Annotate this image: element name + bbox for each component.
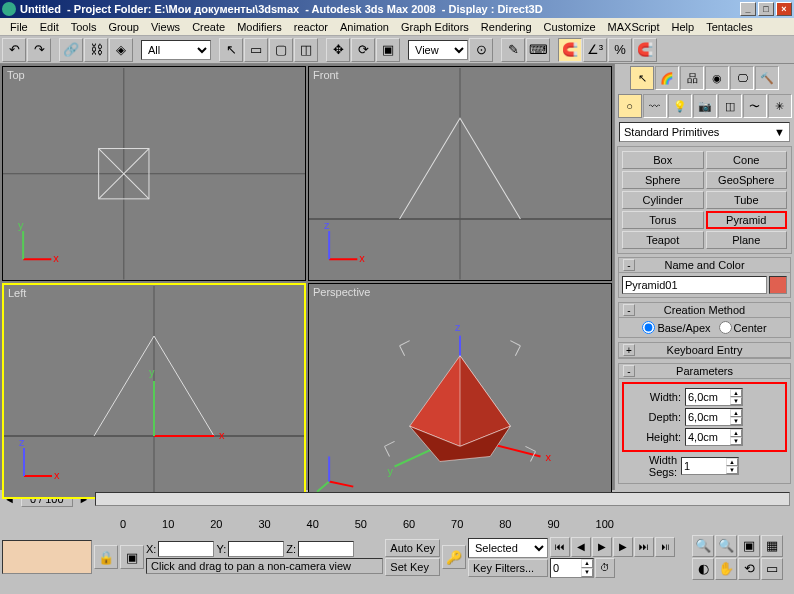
key-icon[interactable]: 🔑	[442, 545, 466, 569]
current-frame-input[interactable]	[551, 559, 581, 577]
sel-lock-button[interactable]: ▣	[120, 545, 144, 569]
pan-button[interactable]: ✋	[715, 558, 737, 580]
category-dropdown[interactable]: Standard Primitives ▼	[619, 122, 790, 142]
lights-subtab[interactable]: 💡	[668, 94, 692, 118]
wsegs-down[interactable]: ▼	[726, 466, 738, 474]
menu-rendering[interactable]: Rendering	[475, 19, 538, 35]
time-slider-track[interactable]	[95, 492, 790, 506]
menu-modifiers[interactable]: Modifiers	[231, 19, 288, 35]
selection-filter-combo[interactable]: All	[141, 40, 211, 60]
window-crossing-button[interactable]: ◫	[294, 38, 318, 62]
menu-create[interactable]: Create	[186, 19, 231, 35]
menu-animation[interactable]: Animation	[334, 19, 395, 35]
obj-teapot-button[interactable]: Teapot	[622, 231, 704, 249]
zoom-extents-button[interactable]: ▣	[738, 535, 760, 557]
x-input[interactable]	[158, 541, 214, 557]
spinner-snap-button[interactable]: 🧲	[633, 38, 657, 62]
menu-edit[interactable]: Edit	[34, 19, 65, 35]
move-button[interactable]: ✥	[326, 38, 350, 62]
scale-button[interactable]: ▣	[376, 38, 400, 62]
obj-box-button[interactable]: Box	[622, 151, 704, 169]
viewport-left[interactable]: Left x y x z	[2, 283, 306, 499]
rotate-button[interactable]: ⟳	[351, 38, 375, 62]
undo-button[interactable]: ↶	[2, 38, 26, 62]
next-frame-button[interactable]: ▶	[613, 537, 633, 557]
menu-group[interactable]: Group	[102, 19, 145, 35]
object-name-input[interactable]	[622, 276, 767, 294]
spacewarps-subtab[interactable]: 〜	[743, 94, 767, 118]
menu-grapheditors[interactable]: Graph Editors	[395, 19, 475, 35]
key-mode-combo[interactable]: Selected	[468, 538, 548, 558]
link-button[interactable]: 🔗	[59, 38, 83, 62]
play-button[interactable]: ▶	[592, 537, 612, 557]
menu-tools[interactable]: Tools	[65, 19, 103, 35]
lock-button[interactable]: 🔒	[94, 545, 118, 569]
depth-up[interactable]: ▲	[730, 409, 742, 417]
obj-pyramid-button[interactable]: Pyramid	[706, 211, 788, 229]
color-swatch[interactable]	[769, 276, 787, 294]
keyfilters-button[interactable]: Key Filters...	[468, 559, 548, 577]
width-input[interactable]	[686, 389, 730, 405]
key-mode-toggle[interactable]: ⏯	[655, 537, 675, 557]
wsegs-input[interactable]	[682, 458, 726, 474]
setkey-button[interactable]: Set Key	[385, 558, 440, 576]
menu-tentacles[interactable]: Tentacles	[700, 19, 758, 35]
keyboard-shortcut-button[interactable]: ⌨	[526, 38, 550, 62]
fov-button[interactable]: ◐	[692, 558, 714, 580]
ref-coord-combo[interactable]: View	[408, 40, 468, 60]
depth-input[interactable]	[686, 409, 730, 425]
redo-button[interactable]: ↷	[27, 38, 51, 62]
systems-subtab[interactable]: ✳	[768, 94, 792, 118]
menu-maxscript[interactable]: MAXScript	[602, 19, 666, 35]
pivot-button[interactable]: ⊙	[469, 38, 493, 62]
obj-cone-button[interactable]: Cone	[706, 151, 788, 169]
height-down[interactable]: ▼	[730, 437, 742, 445]
obj-geosphere-button[interactable]: GeoSphere	[706, 171, 788, 189]
menu-help[interactable]: Help	[666, 19, 701, 35]
prev-frame-button[interactable]: ◀	[571, 537, 591, 557]
menu-customize[interactable]: Customize	[538, 19, 602, 35]
y-input[interactable]	[228, 541, 284, 557]
snap-toggle-button[interactable]: 🧲	[558, 38, 582, 62]
rollout-keyboard-header[interactable]: + Keyboard Entry	[619, 343, 790, 358]
display-tab[interactable]: 🖵	[730, 66, 754, 90]
rollout-parameters-header[interactable]: - Parameters	[619, 364, 790, 379]
autokey-button[interactable]: Auto Key	[385, 539, 440, 557]
obj-plane-button[interactable]: Plane	[706, 231, 788, 249]
obj-sphere-button[interactable]: Sphere	[622, 171, 704, 189]
select-region-button[interactable]: ▢	[269, 38, 293, 62]
close-button[interactable]: ×	[776, 2, 792, 16]
geometry-subtab[interactable]: ○	[618, 94, 642, 118]
obj-tube-button[interactable]: Tube	[706, 191, 788, 209]
viewport-top[interactable]: Top x y	[2, 66, 306, 281]
create-tab[interactable]: ↖	[630, 66, 654, 90]
obj-torus-button[interactable]: Torus	[622, 211, 704, 229]
goto-start-button[interactable]: ⏮	[550, 537, 570, 557]
timeline[interactable]: 0 10 20 30 40 50 60 70 80 90 100	[0, 508, 794, 530]
menu-file[interactable]: File	[4, 19, 34, 35]
time-config-button[interactable]: ⏱	[595, 558, 615, 578]
radio-center[interactable]: Center	[719, 321, 767, 334]
zoom-extents-all-button[interactable]: ▦	[761, 535, 783, 557]
unlink-button[interactable]: ⛓	[84, 38, 108, 62]
z-input[interactable]	[298, 541, 354, 557]
zoom-all-button[interactable]: 🔍	[715, 535, 737, 557]
viewport-front[interactable]: Front x z	[308, 66, 612, 281]
radio-baseapex[interactable]: Base/Apex	[642, 321, 710, 334]
bind-button[interactable]: ◈	[109, 38, 133, 62]
select-name-button[interactable]: ▭	[244, 38, 268, 62]
hierarchy-tab[interactable]: 品	[680, 66, 704, 90]
cameras-subtab[interactable]: 📷	[693, 94, 717, 118]
viewport-perspective[interactable]: Perspective x y z	[308, 283, 612, 499]
motion-tab[interactable]: ◉	[705, 66, 729, 90]
zoom-button[interactable]: 🔍	[692, 535, 714, 557]
rollout-creation-header[interactable]: - Creation Method	[619, 303, 790, 318]
menu-reactor[interactable]: reactor	[288, 19, 334, 35]
helpers-subtab[interactable]: ◫	[718, 94, 742, 118]
material-preview[interactable]	[2, 540, 92, 574]
orbit-button[interactable]: ⟲	[738, 558, 760, 580]
maximize-button[interactable]: □	[758, 2, 774, 16]
manipulate-button[interactable]: ✎	[501, 38, 525, 62]
depth-down[interactable]: ▼	[730, 417, 742, 425]
rollout-namecolor-header[interactable]: - Name and Color	[619, 258, 790, 273]
